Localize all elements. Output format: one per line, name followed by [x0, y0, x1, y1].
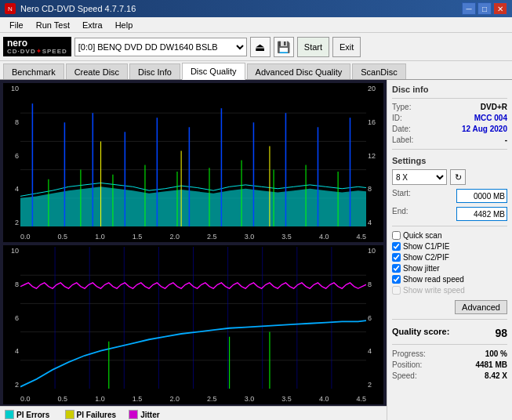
- bottom-chart-y-right: 108642: [366, 247, 383, 389]
- show-jitter-row: Show jitter: [392, 264, 507, 273]
- jitter-color-box: [129, 410, 138, 419]
- progress-row: Progress: 100 %: [392, 349, 507, 358]
- app-title: Nero CD-DVD Speed 4.7.7.16: [20, 4, 136, 13]
- divider-2: [392, 149, 507, 150]
- exit-button[interactable]: Exit: [332, 37, 361, 57]
- show-write-speed-row: Show write speed: [392, 286, 507, 295]
- advanced-btn-container: Advanced: [392, 299, 507, 314]
- quality-score-value: 98: [495, 327, 507, 339]
- position-row: Position: 4481 MB: [392, 360, 507, 369]
- title-bar: N Nero CD-DVD Speed 4.7.7.16 ─ □ ✕: [0, 0, 512, 17]
- pi-errors-color-box: [5, 410, 14, 419]
- start-row: Start:: [392, 189, 507, 203]
- show-jitter-checkbox[interactable]: [392, 264, 401, 273]
- bottom-chart-y-left: 108642: [3, 247, 20, 389]
- disc-type-row: Type: DVD+R: [392, 103, 507, 111]
- bottom-chart: 108642 108642: [3, 245, 383, 404]
- menu-bar: File Run Test Extra Help: [0, 17, 512, 33]
- disc-date-row: Date: 12 Aug 2020: [392, 125, 507, 133]
- toolbar: nero CD·DVD✦SPEED [0:0] BENQ DVD DD DW16…: [0, 33, 512, 61]
- divider-1: [392, 98, 507, 99]
- maximize-button[interactable]: □: [478, 2, 492, 15]
- quick-scan-row: Quick scan: [392, 231, 507, 240]
- pi-errors-label: PI Errors: [16, 411, 49, 419]
- bottom-chart-svg: [20, 247, 366, 389]
- svg-marker-4: [20, 186, 366, 226]
- close-button[interactable]: ✕: [493, 2, 507, 15]
- divider-3: [392, 226, 507, 226]
- jitter-label: Jitter: [140, 411, 159, 419]
- menu-help[interactable]: Help: [109, 19, 140, 31]
- pi-failures-color-box: [65, 410, 74, 419]
- speed-settings-row: 8 X ↻: [392, 169, 507, 185]
- tab-disc-quality[interactable]: Disc Quality: [182, 63, 245, 80]
- tab-advanced-disc-quality[interactable]: Advanced Disc Quality: [247, 63, 351, 79]
- right-panel: Disc info Type: DVD+R ID: MCC 004 Date: …: [387, 80, 512, 420]
- bottom-chart-plot: [20, 247, 366, 389]
- legend-area: PI Errors Average 0.68 Maximum 7 Total 1…: [0, 406, 387, 420]
- disc-label-row: Label: -: [392, 136, 507, 144]
- top-chart: 108642 20161284: [3, 83, 383, 242]
- menu-run-test[interactable]: Run Test: [30, 19, 76, 31]
- top-chart-plot: [20, 85, 366, 226]
- end-row: End:: [392, 207, 507, 221]
- start-button[interactable]: Start: [297, 37, 329, 57]
- settings-refresh-icon[interactable]: ↻: [450, 169, 466, 185]
- top-chart-x-axis: 0.00.51.01.52.02.53.03.54.04.5: [20, 233, 366, 241]
- main-content: 108642 20161284: [0, 80, 512, 420]
- tab-disc-info[interactable]: Disc Info: [129, 63, 180, 79]
- show-c1pie-row: Show C1/PIE: [392, 242, 507, 251]
- quick-scan-checkbox[interactable]: [392, 231, 401, 240]
- top-chart-y-right: 20161284: [366, 85, 383, 226]
- app-icon: N: [5, 3, 16, 14]
- show-read-speed-row: Show read speed: [392, 275, 507, 284]
- start-input[interactable]: [456, 189, 507, 203]
- speed-selector[interactable]: 8 X: [392, 169, 447, 185]
- disc-info-title: Disc info: [392, 85, 507, 94]
- pi-failures-label: PI Failures: [77, 411, 117, 419]
- minimize-button[interactable]: ─: [462, 2, 476, 15]
- menu-file[interactable]: File: [3, 19, 30, 31]
- legend-jitter: Jitter Average 8.40 % Maximum 9.6 % PO f…: [129, 410, 186, 420]
- save-icon[interactable]: 💾: [274, 37, 294, 57]
- top-chart-y-left: 108642: [3, 85, 20, 226]
- show-c1pie-checkbox[interactable]: [392, 242, 401, 251]
- show-read-speed-checkbox[interactable]: [392, 275, 401, 284]
- disc-id-row: ID: MCC 004: [392, 114, 507, 122]
- tab-bar: Benchmark Create Disc Disc Info Disc Qua…: [0, 61, 512, 80]
- tab-scandisc[interactable]: ScanDisc: [352, 63, 405, 79]
- divider-5: [392, 344, 507, 345]
- top-chart-svg: [20, 85, 366, 226]
- speed-row: Speed: 8.42 X: [392, 371, 507, 380]
- quality-score-row: Quality score: 98: [392, 327, 507, 339]
- show-c2pif-checkbox[interactable]: [392, 253, 401, 262]
- nero-logo: nero CD·DVD✦SPEED: [3, 37, 71, 57]
- drive-selector[interactable]: [0:0] BENQ DVD DD DW1640 BSLB: [74, 38, 247, 56]
- advanced-button[interactable]: Advanced: [455, 300, 507, 314]
- bottom-chart-x-axis: 0.00.51.01.52.02.53.03.54.04.5: [20, 395, 366, 403]
- settings-title: Settings: [392, 156, 507, 165]
- legend-pi-failures: PI Failures Average 0.00 Maximum 4 Total…: [65, 410, 117, 420]
- eject-icon[interactable]: ⏏: [250, 37, 271, 57]
- tab-create-disc[interactable]: Create Disc: [66, 63, 128, 79]
- menu-extra[interactable]: Extra: [76, 19, 109, 31]
- divider-4: [392, 319, 507, 320]
- legend-pi-errors: PI Errors Average 0.68 Maximum 7 Total 1…: [5, 410, 53, 420]
- window-controls: ─ □ ✕: [462, 2, 507, 15]
- show-write-speed-checkbox: [392, 286, 401, 295]
- tab-benchmark[interactable]: Benchmark: [3, 63, 64, 79]
- end-input[interactable]: [456, 207, 507, 221]
- show-c2pif-row: Show C2/PIF: [392, 253, 507, 262]
